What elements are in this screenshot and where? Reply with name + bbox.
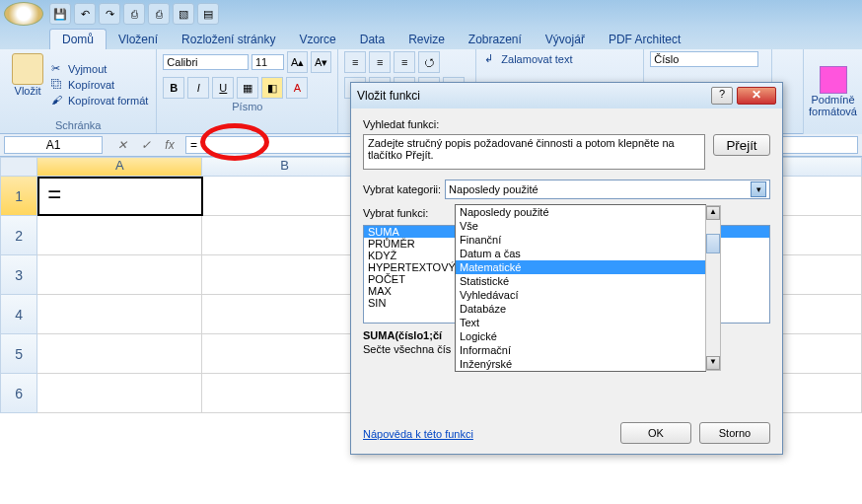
category-dropdown[interactable]: ▲ ▼ Naposledy použitéVšeFinančníDatum a … bbox=[455, 204, 706, 372]
dialog-help-button[interactable]: ? bbox=[711, 87, 733, 105]
cell[interactable] bbox=[202, 216, 367, 255]
paste-button[interactable]: Vložit bbox=[6, 51, 49, 117]
align-bottom-button[interactable]: ≡ bbox=[394, 51, 415, 73]
align-top-button[interactable]: ≡ bbox=[344, 51, 366, 73]
qat-quickprint-icon[interactable]: ⎙ bbox=[148, 3, 170, 25]
tab-developer[interactable]: Vývojář bbox=[534, 30, 597, 49]
col-header-b[interactable]: B bbox=[202, 157, 367, 177]
search-label: Vyhledat funkci: bbox=[363, 118, 770, 130]
tab-formulas[interactable]: Vzorce bbox=[287, 30, 347, 49]
row-header-5[interactable]: 5 bbox=[0, 334, 37, 374]
go-button[interactable]: Přejít bbox=[713, 134, 770, 156]
office-button[interactable] bbox=[4, 2, 43, 26]
category-option[interactable]: Inženýrské bbox=[456, 357, 705, 371]
category-select[interactable]: Naposledy použité ▾ bbox=[445, 180, 770, 199]
fill-color-button[interactable]: ◧ bbox=[261, 77, 283, 99]
insert-function-dialog: Vložit funkci ? ✕ Vyhledat funkci: Zadej… bbox=[350, 82, 783, 455]
dialog-close-button[interactable]: ✕ bbox=[737, 87, 776, 105]
font-name-combo[interactable]: Calibri bbox=[163, 54, 249, 70]
underline-button[interactable]: U bbox=[212, 77, 234, 99]
category-option[interactable]: Vyhledávací bbox=[456, 288, 705, 302]
dialog-titlebar[interactable]: Vložit funkci ? ✕ bbox=[351, 83, 782, 108]
cancel-button[interactable]: Storno bbox=[699, 422, 770, 444]
row-header-1[interactable]: 1 bbox=[0, 177, 37, 216]
align-middle-button[interactable]: ≡ bbox=[369, 51, 391, 73]
paste-icon bbox=[12, 53, 43, 85]
col-header-a[interactable]: A bbox=[37, 157, 202, 177]
brush-icon: 🖌 bbox=[51, 94, 65, 108]
cell[interactable] bbox=[202, 374, 367, 413]
wrap-icon: ↲ bbox=[484, 52, 498, 66]
bold-button[interactable]: B bbox=[163, 77, 184, 99]
font-size-combo[interactable]: 11 bbox=[251, 54, 284, 70]
category-option[interactable]: Databáze bbox=[456, 302, 705, 316]
font-color-button[interactable]: A bbox=[286, 77, 308, 99]
category-option[interactable]: Informační bbox=[456, 343, 705, 357]
copy-button[interactable]: ⿻Kopírovat bbox=[49, 77, 150, 93]
qat-new-icon[interactable]: ▧ bbox=[173, 3, 194, 25]
cell[interactable] bbox=[37, 334, 202, 374]
number-format-combo[interactable]: Číslo bbox=[650, 51, 758, 67]
format-painter-button[interactable]: 🖌Kopírovat formát bbox=[49, 93, 150, 108]
cell[interactable] bbox=[37, 295, 202, 334]
tab-view[interactable]: Zobrazení bbox=[457, 30, 534, 49]
grow-font-button[interactable]: A▴ bbox=[287, 51, 308, 73]
scroll-thumb[interactable] bbox=[706, 234, 720, 253]
cell[interactable]: = bbox=[37, 177, 203, 216]
category-option[interactable]: Statistické bbox=[456, 274, 705, 288]
scroll-down-icon[interactable]: ▼ bbox=[706, 356, 720, 370]
search-function-input[interactable]: Zadejte stručný popis požadované činnost… bbox=[363, 134, 705, 170]
qat-save-icon[interactable]: 💾 bbox=[49, 3, 71, 25]
cell[interactable] bbox=[203, 177, 368, 216]
row-header-6[interactable]: 6 bbox=[0, 374, 37, 413]
tab-data[interactable]: Data bbox=[348, 30, 396, 49]
help-link[interactable]: Nápověda k této funkci bbox=[363, 428, 473, 440]
cancel-formula-button[interactable]: ✕ bbox=[112, 136, 132, 154]
qat-open-icon[interactable]: ▤ bbox=[197, 3, 219, 25]
row-header-4[interactable]: 4 bbox=[0, 295, 37, 334]
category-option[interactable]: Text bbox=[456, 316, 705, 329]
category-label: Vybrat kategorii: bbox=[363, 183, 441, 195]
cond-format-icon bbox=[820, 66, 847, 94]
cell[interactable] bbox=[37, 255, 202, 295]
category-option[interactable]: Datum a čas bbox=[456, 247, 705, 260]
orientation-button[interactable]: ⭯ bbox=[418, 51, 440, 73]
category-option[interactable]: Finanční bbox=[456, 233, 705, 247]
italic-button[interactable]: I bbox=[187, 77, 209, 99]
row-header-3[interactable]: 3 bbox=[0, 255, 37, 295]
title-bar: 💾 ↶ ↷ ⎙ ⎙ ▧ ▤ bbox=[0, 0, 862, 28]
shrink-font-button[interactable]: A▾ bbox=[311, 51, 331, 73]
border-button[interactable]: ▦ bbox=[237, 77, 258, 99]
tab-insert[interactable]: Vložení bbox=[107, 30, 170, 49]
cell[interactable] bbox=[37, 216, 202, 255]
qat-undo-icon[interactable]: ↶ bbox=[74, 3, 96, 25]
enter-formula-button[interactable]: ✓ bbox=[136, 136, 156, 154]
category-option[interactable]: Logické bbox=[456, 329, 705, 343]
tab-layout[interactable]: Rozložení stránky bbox=[170, 30, 287, 49]
ok-button[interactable]: OK bbox=[620, 422, 691, 444]
category-option[interactable]: Naposledy použité bbox=[456, 205, 705, 219]
ribbon-tabs: Domů Vložení Rozložení stránky Vzorce Da… bbox=[0, 28, 862, 49]
dropdown-scrollbar[interactable]: ▲ ▼ bbox=[705, 205, 721, 371]
wrap-text-button[interactable]: ↲Zalamovat text bbox=[482, 51, 637, 67]
cell[interactable] bbox=[202, 295, 367, 334]
cut-button[interactable]: ✂Vyjmout bbox=[49, 61, 150, 77]
cell[interactable] bbox=[202, 334, 367, 374]
tab-review[interactable]: Revize bbox=[396, 30, 457, 49]
qat-redo-icon[interactable]: ↷ bbox=[99, 3, 120, 25]
cell[interactable] bbox=[37, 374, 202, 413]
row-header-2[interactable]: 2 bbox=[0, 216, 37, 255]
name-box[interactable]: A1 bbox=[4, 136, 103, 154]
category-option[interactable]: Vše bbox=[456, 219, 705, 233]
select-all-corner[interactable] bbox=[0, 157, 37, 177]
qat-print-icon[interactable]: ⎙ bbox=[123, 3, 145, 25]
quick-access-toolbar: 💾 ↶ ↷ ⎙ ⎙ ▧ ▤ bbox=[49, 3, 219, 25]
tab-pdf[interactable]: PDF Architect bbox=[597, 30, 692, 49]
scroll-up-icon[interactable]: ▲ bbox=[706, 206, 720, 220]
group-cond-format[interactable]: Podmíně formátová bbox=[803, 49, 862, 134]
fx-button[interactable]: fx bbox=[160, 136, 180, 154]
category-option[interactable]: Matematické bbox=[456, 260, 705, 274]
dialog-title: Vložit funkci bbox=[357, 89, 711, 103]
cell[interactable] bbox=[202, 255, 367, 295]
tab-home[interactable]: Domů bbox=[49, 29, 107, 49]
